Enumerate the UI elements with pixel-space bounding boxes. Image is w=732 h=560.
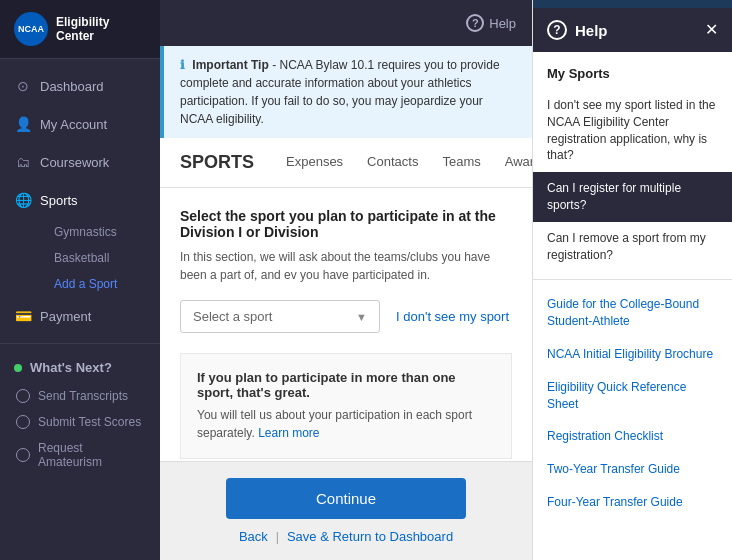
help-resource-3[interactable]: Registration Checklist [533,420,732,453]
back-link[interactable]: Back [239,529,268,544]
dashboard-icon: ⊙ [14,77,32,95]
sports-submenu: Gymnastics Basketball Add a Sport [0,219,160,297]
circle-icon-transcripts [16,389,30,403]
help-link-2[interactable]: Can I remove a sport from my registratio… [533,222,732,272]
coursework-label: Coursework [40,155,109,170]
submit-test-scores-label: Submit Test Scores [38,415,141,429]
nav-divider [0,343,160,344]
help-resource-2[interactable]: Eligibility Quick Reference Sheet [533,371,732,421]
form-heading: Select the sport you plan to participate… [180,208,512,240]
help-panel-title-text: Help [575,22,608,39]
info-banner-prefix: Important Tip [192,58,268,72]
ncaa-logo: NCAA [14,12,48,46]
link-separator: | [276,530,279,544]
sports-sub-basketball[interactable]: Basketball [40,245,160,271]
circle-icon-amateurism [16,448,30,462]
tab-awards[interactable]: Awards [493,140,532,185]
coursework-icon: 🗂 [14,153,32,171]
my-account-icon: 👤 [14,115,32,133]
help-link-1[interactable]: Can I register for multiple sports? [533,172,732,222]
request-amateurism-item[interactable]: Request Amateurism [0,435,160,475]
sidebar: NCAA Eligibility Center ⊙ Dashboard 👤 My… [0,0,160,560]
payment-icon: 💳 [14,307,32,325]
help-section-title: My Sports [533,52,732,89]
help-resource-4[interactable]: Two-Year Transfer Guide [533,453,732,486]
sidebar-item-payment[interactable]: 💳 Payment [0,297,160,335]
help-panel-header: ? Help ✕ [533,8,732,52]
sidebar-nav: ⊙ Dashboard 👤 My Account 🗂 Coursework 🌐 … [0,59,160,560]
help-resource-1[interactable]: NCAA Initial Eligibility Brochure [533,338,732,371]
whats-next-heading: What's Next? [0,352,160,383]
sidebar-item-dashboard[interactable]: ⊙ Dashboard [0,67,160,105]
info-box-text: You will tell us about your participatio… [197,406,495,442]
dashboard-label: Dashboard [40,79,104,94]
save-return-link[interactable]: Save & Return to Dashboard [287,529,453,544]
sports-page-title: SPORTS [180,138,254,187]
send-transcripts-item[interactable]: Send Transcripts [0,383,160,409]
send-transcripts-label: Send Transcripts [38,389,128,403]
info-icon: ℹ [180,58,185,72]
help-panel-title: ? Help [547,20,608,40]
sport-select-placeholder: Select a sport [193,309,273,324]
content-area: SPORTS Expenses Contacts Teams Awards Qu… [160,138,532,461]
select-row: Select a sport ▼ I don't see my sport [180,300,512,333]
dont-see-sport-link[interactable]: I don't see my sport [396,309,509,324]
sidebar-logo: NCAA Eligibility Center [0,0,160,59]
help-panel: ? Help ✕ My Sports I don't see my sport … [532,0,732,560]
sidebar-item-sports[interactable]: 🌐 Sports [0,181,160,219]
top-bar: ? Help [160,0,532,46]
sidebar-item-coursework[interactable]: 🗂 Coursework [0,143,160,181]
help-resource-0[interactable]: Guide for the College-Bound Student-Athl… [533,288,732,338]
help-divider [533,279,732,280]
tab-contacts[interactable]: Contacts [355,140,430,185]
sports-sub-add[interactable]: Add a Sport [40,271,160,297]
help-button[interactable]: ? Help [466,14,516,32]
learn-more-link[interactable]: Learn more [258,426,319,440]
multi-sport-info-box: If you plan to participate in more than … [180,353,512,459]
chevron-down-icon: ▼ [356,311,367,323]
sport-select-dropdown[interactable]: Select a sport ▼ [180,300,380,333]
bottom-links: Back | Save & Return to Dashboard [239,529,453,544]
help-button-label: Help [489,16,516,31]
form-section: Select the sport you plan to participate… [160,188,532,461]
my-account-label: My Account [40,117,107,132]
continue-button[interactable]: Continue [226,478,466,519]
sports-icon: 🌐 [14,191,32,209]
main-area: ? Help ℹ Important Tip - NCAA Bylaw 10.1… [160,0,532,560]
sports-sub-gymnastics[interactable]: Gymnastics [40,219,160,245]
bottom-actions: Continue Back | Save & Return to Dashboa… [160,461,532,560]
eligibility-center-title: Eligibility Center [56,15,146,43]
help-resource-5[interactable]: Four-Year Transfer Guide [533,486,732,519]
sports-tabs: SPORTS Expenses Contacts Teams Awards Qu… [160,138,532,188]
payment-label: Payment [40,309,91,324]
circle-icon-test-scores [16,415,30,429]
sports-label: Sports [40,193,78,208]
submit-test-scores-item[interactable]: Submit Test Scores [0,409,160,435]
help-panel-nav-strip [533,0,732,8]
tab-expenses[interactable]: Expenses [274,140,355,185]
request-amateurism-label: Request Amateurism [38,441,146,469]
help-circle-icon: ? [466,14,484,32]
help-link-0[interactable]: I don't see my sport listed in the NCAA … [533,89,732,172]
green-status-dot [14,364,22,372]
close-button[interactable]: ✕ [705,22,718,38]
sidebar-item-my-account[interactable]: 👤 My Account [0,105,160,143]
form-description: In this section, we will ask about the t… [180,248,512,284]
help-question-icon: ? [547,20,567,40]
tab-teams[interactable]: Teams [430,140,492,185]
info-box-heading: If you plan to participate in more than … [197,370,495,400]
info-banner: ℹ Important Tip - NCAA Bylaw 10.1 requir… [160,46,532,138]
